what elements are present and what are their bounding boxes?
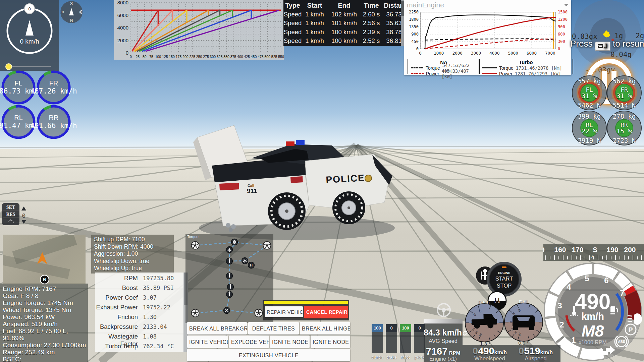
taillight-right [290,176,303,183]
svg-text:6000: 6000 [527,51,537,56]
svg-text:P: P [628,326,633,334]
powertrain-node-icon[interactable] [226,291,233,298]
car-police-text: POLICE [326,173,365,185]
wheelspeed-label: Wheelspeed [468,355,512,362]
svg-text:0: 0 [126,50,128,56]
cruise-down-arrow[interactable] [21,220,26,224]
svg-text:RL: RL [14,114,23,121]
shift-info-line: Aggression: 1.00 [94,250,174,258]
svg-text:STOP: STOP [497,283,512,289]
svg-text:4: 4 [567,282,571,291]
steering-wheel-icon [436,302,451,318]
svg-text:0: 0 [419,51,422,56]
svg-text:25: 25 [136,55,140,59]
car-rear-wheel [268,192,306,230]
svg-text:2250: 2250 [409,10,419,14]
tape-label: 0 [543,246,545,254]
engine-dropdown[interactable]: mainEngine [404,0,571,9]
damage-button[interactable]: BREAK ALL BREAKGROUPS [187,322,247,335]
minimap-player-arrow [35,251,50,266]
svg-text:7: 7 [620,289,624,298]
svg-text:300: 300 [558,39,565,44]
pedal-label-brake: brake [384,355,399,360]
svg-text:2723 N: 2723 N [613,137,636,144]
svg-text:2000: 2000 [452,51,463,56]
svg-text:3000: 3000 [471,51,481,56]
lightbar-blue [296,140,305,145]
cruise-up-arrow[interactable] [21,206,26,210]
damage-button[interactable]: IGNITE NODE MINIM [311,336,350,348]
wheel-node-icon[interactable] [192,242,199,249]
game-viewport: Call 911 POLICE 0 0 km/h [0,0,644,362]
tape-label: 170 [571,246,584,254]
pedal-bar-clutch [372,332,383,353]
engine-rpm-label: Engine (x1) [424,356,463,362]
svg-text:425: 425 [244,55,250,59]
chevron-down-icon[interactable] [564,4,569,6]
damage-button[interactable]: DEFLATE TIRES [248,322,299,335]
avg-speed-scale [424,319,463,324]
svg-text:3919 N: 3919 N [578,137,601,144]
tape-tick [598,255,598,260]
cancel-repair-button[interactable]: CANCEL REPAIR JOB [304,306,348,318]
airspeed-value: 519 [524,346,540,356]
airspeed-unit: km/h [540,350,553,355]
damage-button[interactable]: EXPLODE VEHICLE [229,336,269,348]
powertrain-node-icon[interactable] [231,239,238,245]
svg-text:1350: 1350 [409,24,419,29]
cruise-res-button[interactable]: RES [6,212,15,217]
start-button-led-icon [502,266,506,268]
powertrain-node-icon[interactable] [227,284,234,290]
torque-node-panel: Torque H [185,234,273,323]
svg-text:8000: 8000 [117,0,128,5]
powertrain-node-icon[interactable] [242,258,248,264]
vehicle-stat-line: Fuel: 68.92 L / 75.00 L, 91.89% [3,327,88,342]
table-scrollbar [401,0,404,46]
powertrain-node-icon[interactable]: H [248,262,255,268]
pedal-value-clutch: 100 [372,324,383,332]
wheel-node-icon[interactable] [255,309,263,317]
lightbar-red [286,141,294,146]
svg-text:450: 450 [411,39,419,44]
svg-text:1: 1 [571,336,576,345]
damage-button[interactable]: BREAK ALL HINGES [300,322,350,335]
legend-sample-solid-black [482,67,497,68]
turbo-stat-value: 35.89 PSI [143,285,174,291]
svg-text:2: 2 [559,320,564,329]
engine-dropdown-label: mainEngine [407,1,444,9]
table-scrollbar-thumb[interactable] [401,1,404,16]
powertrain-node-icon[interactable] [226,273,233,279]
engine-start-stop-button[interactable]: ENGINE START STOP [487,262,522,297]
wheel-node-icon[interactable] [263,242,271,249]
speedometer-needle [25,20,34,36]
tape-tick [554,255,555,260]
extinguish-vehicle-button[interactable]: EXTINGUISH VEHICLE [187,349,350,361]
wheel-speed-gauge-fr: FR487.26 km/h [25,69,82,106]
turbo-stat-value: 2133.04 [143,323,167,330]
svg-text:150: 150 [169,55,175,59]
turbo-stat-label: Friction [95,313,138,321]
powertrain-node-icon[interactable] [226,247,233,253]
wheel-load-gauge-fr: 562 kgFR31 %5514 N [604,73,644,113]
resume-suffix: to resume [613,39,644,49]
tape-tick [558,256,559,259]
svg-text:500: 500 [265,55,271,59]
damage-button[interactable]: IGNITE VEHICLE [187,336,228,348]
police-badge-icon [365,175,372,182]
resume-key: J [604,42,608,50]
damage-button[interactable]: IGNITE NODE [270,336,310,348]
pedal-bar-throt [400,332,411,353]
avg-speed-value: 84.3 km/h [424,328,462,337]
pedal-value-throt: 100 [400,324,411,332]
repair-vehicle-button[interactable]: REPAIR VEHICLE [265,306,303,317]
svg-text:3: 3 [557,301,562,310]
cruise-set-button[interactable]: SET [6,205,15,210]
wheel-node-icon[interactable] [192,309,199,317]
svg-text:50: 50 [143,55,147,59]
tape-tick [602,256,603,259]
legend-title: Turbo [482,59,570,65]
turbo-stat-label: Exhaust Power [95,304,138,311]
powertrain-node-icon[interactable] [226,258,233,264]
powertrain-node-icon[interactable] [224,307,230,314]
shift-info-line: Wheelslip Up: true [94,265,174,272]
